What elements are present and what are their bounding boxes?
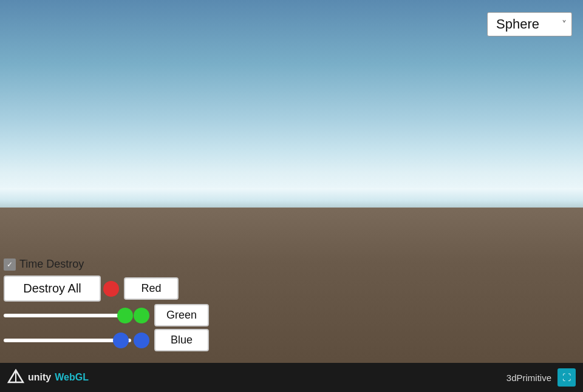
green-slider-row: Green — [4, 304, 209, 326]
blue-slider-thumb[interactable] — [113, 333, 129, 348]
green-slider-thumb[interactable] — [117, 308, 133, 323]
time-destroy-row: ✓ Time Destroy — [4, 258, 209, 271]
webgl-label: WebGL — [55, 372, 89, 383]
unity-logo-icon — [7, 369, 24, 386]
time-destroy-checkbox[interactable]: ✓ — [4, 259, 16, 271]
fullscreen-button[interactable]: ⛶ — [557, 368, 576, 387]
unity-logo-area: unity WebGL — [7, 369, 89, 386]
time-destroy-label: Time Destroy — [19, 258, 84, 271]
fullscreen-icon: ⛶ — [562, 373, 571, 382]
destroy-red-row: Destroy All Red — [4, 275, 209, 302]
unity-label: unity — [28, 372, 51, 383]
green-slider-track[interactable] — [4, 314, 131, 317]
bottom-bar: unity WebGL 3dPrimitive ⛶ — [0, 363, 583, 392]
sphere-dropdown-label: Sphere — [496, 16, 539, 32]
blue-dot — [134, 333, 149, 348]
red-dot — [103, 281, 119, 297]
blue-slider-row: Blue — [4, 329, 209, 351]
sphere-dropdown[interactable]: Sphere ˅ — [487, 12, 572, 36]
red-button[interactable]: Red — [124, 277, 179, 300]
green-dot — [134, 308, 149, 323]
ui-panel: ✓ Time Destroy Destroy All Red Green Blu… — [0, 253, 209, 359]
right-bar-area: 3dPrimitive ⛶ — [506, 368, 576, 387]
green-button[interactable]: Green — [154, 304, 209, 326]
blue-slider-track[interactable] — [4, 339, 131, 342]
app-name-label: 3dPrimitive — [506, 373, 551, 383]
chevron-down-icon: ˅ — [562, 19, 567, 30]
destroy-all-button[interactable]: Destroy All — [4, 275, 101, 302]
blue-button[interactable]: Blue — [154, 329, 209, 351]
